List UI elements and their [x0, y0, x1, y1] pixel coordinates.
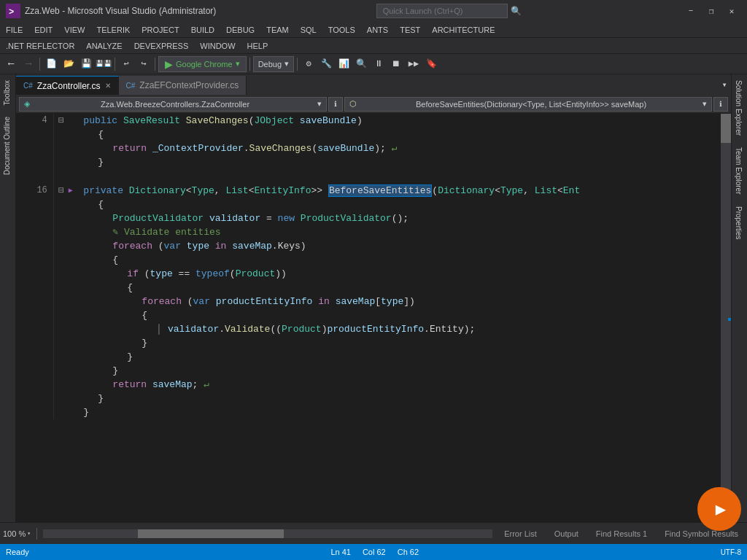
sidebar-tab-toolbox[interactable]: Toolbox [0, 74, 15, 111]
nav-class-dropdown[interactable]: ◈ Zza.Web.BreezeControllers.ZzaControlle… [19, 97, 327, 112]
code-line-4: 4 ⊟ public SaveResult SaveChanges(JObjec… [16, 114, 721, 128]
menu-edit[interactable]: EDIT [28, 22, 58, 38]
code-line-return1: return _ContextProvider.SaveChanges(save… [16, 141, 721, 155]
toolbar-sep-3 [155, 58, 155, 71]
window-controls: − ❐ ✕ [681, 4, 741, 18]
code-line-blank1 [16, 169, 721, 183]
code-line-17: { [16, 198, 721, 211]
menu-help[interactable]: HELP [241, 38, 274, 54]
nav-bar: ◈ Zza.Web.BreezeControllers.ZzaControlle… [16, 95, 731, 114]
left-sidebar: Toolbox Document Outline [0, 74, 16, 522]
code-line-25: { [16, 308, 721, 322]
toolbar-new-btn[interactable]: 📄 [43, 56, 59, 72]
build-config-label: Debug [258, 60, 282, 69]
build-config-dropdown[interactable]: Debug ▾ [253, 56, 294, 72]
zoom-level: 100 % [3, 529, 26, 538]
toolbar-sep-2 [115, 58, 115, 71]
zoom-dropdown-arrow[interactable]: ▾ [27, 530, 31, 537]
nav-method-dropdown[interactable]: ⬡ BeforeSaveEntities(Dictionary<Type, Li… [344, 97, 712, 112]
menu-view[interactable]: VIEW [58, 22, 90, 38]
toolbar-btn-c[interactable]: 📊 [336, 56, 352, 72]
nav-method-label: BeforeSaveEntities(Dictionary<Type, List… [416, 100, 646, 109]
code-line-23: { [16, 281, 721, 295]
code-line-27: } [16, 336, 721, 350]
code-line-21: { [16, 253, 721, 267]
tab-zza-controller[interactable]: C# ZzaController.cs ✕ [16, 76, 119, 95]
sidebar-tab-solution-explorer[interactable]: Solution Explorer [732, 74, 747, 141]
right-sidebar: Solution Explorer Team Explorer Properti… [731, 74, 747, 522]
bottom-tab-find-symbol[interactable]: Find Symbol Results [656, 526, 747, 541]
sidebar-tab-team-explorer[interactable]: Team Explorer [732, 141, 747, 200]
toolbar-save-btn[interactable]: 💾 [78, 56, 94, 72]
toolbar-btn-h[interactable]: 🔖 [423, 56, 439, 72]
status-ready: Ready [6, 548, 29, 556]
menu-test[interactable]: TEST [394, 22, 426, 38]
tab-dropdown-btn[interactable]: ▾ [718, 74, 731, 95]
toolbar-undo-btn[interactable]: ↩ [118, 56, 134, 72]
toolbar-btn-d[interactable]: 🔍 [353, 56, 369, 72]
code-line-19: ✎ Validate entities [16, 225, 721, 239]
nav-info-btn[interactable]: ℹ [328, 97, 343, 112]
toolbar-redo-btn[interactable]: ↪ [136, 56, 152, 72]
menu-tools[interactable]: TOOLS [322, 22, 361, 38]
toolbar-btn-g[interactable]: ▶▶ [406, 56, 422, 72]
zoom-control: 100 % ▾ [0, 526, 34, 542]
pluralsight-button[interactable]: ▶ [697, 487, 741, 531]
menu-build[interactable]: BUILD [185, 22, 220, 38]
code-line-29: } [16, 364, 721, 378]
nav-class-label: Zza.Web.BreezeControllers.ZzaController [101, 100, 249, 109]
bottom-tab-error-list[interactable]: Error List [495, 526, 546, 541]
title-bar: > Zza.Web - Microsoft Visual Studio (Adm… [0, 0, 747, 22]
toolbar-btn-e[interactable]: ⏸ [371, 56, 387, 72]
menu-telerik[interactable]: TELERIK [90, 22, 136, 38]
menu-team[interactable]: TEAM [260, 22, 295, 38]
run-dropdown-icon[interactable]: ▾ [236, 59, 240, 69]
sidebar-tab-document-outline[interactable]: Document Outline [0, 111, 15, 181]
toolbar-btn-b[interactable]: 🔧 [318, 56, 334, 72]
tab-ef-context[interactable]: C# ZzaEFContextProvider.cs [119, 76, 247, 95]
menu-ants[interactable]: ANTS [361, 22, 394, 38]
toolbar-forward-btn[interactable]: ⟶ [20, 56, 36, 72]
code-line-26: │ validator.Validate((Product)productEnt… [16, 322, 721, 336]
sidebar-tab-properties[interactable]: Properties [732, 201, 747, 246]
menu-window[interactable]: WINDOW [194, 38, 241, 54]
code-line-5: { [16, 128, 721, 141]
menu-debug[interactable]: DEBUG [220, 22, 260, 38]
menu-file[interactable]: FILE [0, 22, 28, 38]
editor-area: C# ZzaController.cs ✕ C# ZzaEFContextPro… [16, 74, 731, 522]
toolbar-open-btn[interactable]: 📂 [61, 56, 77, 72]
code-line-16: 16 ⊟ ▶ private Dictionary<Type, List<Ent… [16, 183, 721, 198]
tab-close-active[interactable]: ✕ [105, 82, 111, 90]
status-encoding: UTF-8 [721, 548, 741, 556]
bottom-tab-output[interactable]: Output [546, 526, 587, 541]
menu-net-reflector[interactable]: .NET REFLECTOR [0, 38, 80, 54]
restore-button[interactable]: ❐ [702, 4, 721, 18]
menu-bar: FILE EDIT VIEW TELERIK PROJECT BUILD DEB… [0, 22, 747, 38]
close-button[interactable]: ✕ [722, 4, 741, 18]
menu-architecture[interactable]: ARCHITECTURE [426, 22, 500, 38]
minimize-button[interactable]: − [681, 4, 700, 18]
code-line-18: ProductValidator validator = new Product… [16, 211, 721, 225]
svg-text:>: > [9, 7, 14, 18]
nav-info-btn-2[interactable]: ℹ [713, 97, 728, 112]
nav-method-icon: ⬡ [349, 99, 357, 109]
code-line-22: if (type == typeof(Product)) [16, 267, 721, 281]
toolbar-saveall-btn[interactable]: 💾💾 [96, 56, 112, 72]
status-bar: Ready Ln 41 Col 62 Ch 62 UTF-8 [0, 544, 747, 560]
toolbar-btn-f[interactable]: ⏹ [388, 56, 404, 72]
tab-label-active: ZzaController.cs [37, 81, 101, 91]
quick-launch-input[interactable] [376, 4, 508, 18]
menu-devexpress[interactable]: DEVEXPRESS [128, 38, 195, 54]
vertical-scrollbar[interactable] [721, 114, 731, 522]
code-content[interactable]: 4 ⊟ public SaveResult SaveChanges(JObjec… [16, 114, 721, 522]
horizontal-scrollbar-thumb[interactable] [138, 529, 284, 538]
reflector-bar: .NET REFLECTOR ANALYZE DEVEXPRESS WINDOW… [0, 38, 747, 54]
menu-sql[interactable]: SQL [295, 22, 322, 38]
run-button[interactable]: ▶ Google Chrome ▾ [158, 56, 247, 72]
build-config-arrow: ▾ [285, 59, 289, 69]
menu-analyze[interactable]: ANALYZE [80, 38, 128, 54]
menu-project[interactable]: PROJECT [136, 22, 185, 38]
toolbar-btn-a[interactable]: ⚙ [301, 56, 317, 72]
bottom-tab-find-results[interactable]: Find Results 1 [587, 526, 656, 541]
toolbar-back-btn[interactable]: ⟵ [3, 56, 19, 72]
